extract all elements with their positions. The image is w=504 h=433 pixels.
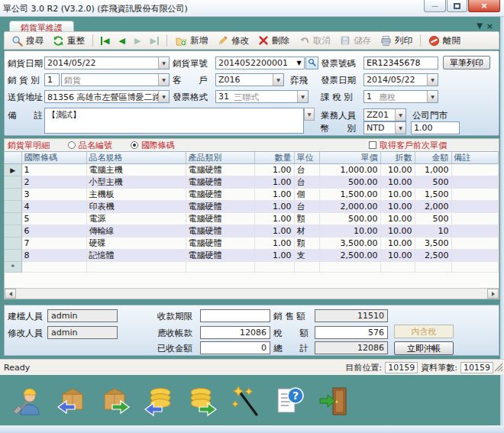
- cell-barcode[interactable]: 7: [21, 238, 86, 250]
- save-button[interactable]: 儲存: [336, 34, 375, 48]
- sale-type-code-field[interactable]: 1: [44, 73, 60, 86]
- exit-button[interactable]: 離開: [425, 34, 464, 48]
- chevron-down-icon[interactable]: ▼: [427, 74, 438, 86]
- cell-name[interactable]: 主機板: [86, 189, 186, 201]
- cell-name[interactable]: 記憶體: [86, 250, 186, 262]
- cell-note[interactable]: [451, 189, 499, 201]
- table-row[interactable]: 2 小型主機 電腦硬體 1.00 台 500.00 10.00 500: [5, 176, 499, 189]
- cell-barcode[interactable]: 1: [21, 164, 86, 176]
- col-amount[interactable]: 金額: [415, 152, 451, 164]
- radio-item-no[interactable]: 品名編號: [68, 140, 112, 151]
- worker-icon[interactable]: [11, 384, 45, 418]
- cell-price[interactable]: 2,500.00: [319, 250, 380, 262]
- exchange-rate-field[interactable]: 1.00: [411, 121, 460, 134]
- invoice-no-field[interactable]: ER12345678: [363, 57, 438, 69]
- cell-discount[interactable]: 10.00: [380, 225, 415, 238]
- col-name[interactable]: 品名規格: [86, 152, 186, 164]
- cell-note[interactable]: [451, 238, 499, 250]
- cell-unit[interactable]: 顆: [294, 238, 319, 250]
- cell-name[interactable]: [86, 262, 186, 273]
- cell-price[interactable]: [319, 262, 380, 273]
- cell-name[interactable]: 小型主機: [86, 176, 186, 189]
- cell-barcode[interactable]: 8: [21, 250, 86, 262]
- cell-amount[interactable]: 1,000: [415, 164, 451, 176]
- help-report-icon[interactable]: ?: [273, 384, 306, 418]
- customer-combo[interactable]: Z016 ▼: [215, 73, 284, 86]
- next-record-button[interactable]: ▶: [131, 35, 144, 47]
- cell-qty[interactable]: 1.00: [254, 213, 294, 225]
- chevron-down-icon[interactable]: ▼: [427, 91, 438, 102]
- table-row[interactable]: 8 記憶體 電腦硬體 1.00 支 2,500.00 10.00 2,500: [5, 250, 499, 262]
- col-unit[interactable]: 單位: [294, 152, 319, 164]
- cell-qty[interactable]: 1.00: [254, 250, 294, 262]
- cell-discount[interactable]: [380, 262, 415, 273]
- row-selector[interactable]: *: [5, 262, 21, 273]
- cell-note[interactable]: [451, 201, 499, 213]
- cell-category[interactable]: 電腦硬體: [186, 189, 254, 201]
- row-selector[interactable]: [5, 225, 21, 238]
- cell-amount[interactable]: 2,000: [415, 201, 451, 213]
- chevron-down-icon[interactable]: ▼: [158, 91, 169, 102]
- order-search-button[interactable]: [305, 57, 318, 69]
- single-print-button[interactable]: 單筆列印: [443, 56, 490, 69]
- cell-price[interactable]: 1,000.00: [319, 164, 380, 176]
- chevron-down-icon[interactable]: ▼: [304, 108, 315, 121]
- col-barcode[interactable]: 國際條碼: [21, 152, 86, 164]
- cell-amount[interactable]: 1,500: [415, 189, 451, 201]
- cell-price[interactable]: 10.00: [319, 225, 380, 238]
- cell-qty[interactable]: 1.00: [254, 176, 294, 189]
- cell-amount[interactable]: 2,500: [415, 250, 451, 262]
- goods-out-icon[interactable]: [99, 384, 132, 418]
- cell-barcode[interactable]: 6: [21, 225, 86, 238]
- radio-barcode[interactable]: 國際條碼: [131, 140, 175, 151]
- tax-type-combo[interactable]: 1 應稅 ▼: [363, 90, 438, 103]
- cell-qty[interactable]: 1.00: [254, 238, 294, 250]
- cell-category[interactable]: 電腦硬體: [186, 225, 254, 238]
- delete-button[interactable]: 刪除: [254, 34, 293, 48]
- cell-price[interactable]: 2,000.00: [319, 201, 380, 213]
- table-row[interactable]: *: [5, 262, 499, 273]
- due-date-field[interactable]: [200, 309, 270, 322]
- chevron-down-icon[interactable]: ▼: [395, 122, 405, 134]
- chevron-down-icon[interactable]: ▼: [273, 74, 283, 86]
- cell-unit[interactable]: 台: [294, 164, 319, 176]
- modify-button[interactable]: 修改: [213, 34, 253, 48]
- cell-unit[interactable]: 個: [294, 189, 319, 201]
- table-row[interactable]: 6 傳輸線 電腦硬體 1.00 材 10.00 10.00 10: [5, 225, 499, 238]
- radio-icon[interactable]: [68, 141, 76, 149]
- cell-note[interactable]: [451, 213, 499, 225]
- cell-amount[interactable]: 3,500: [415, 238, 451, 250]
- cancel-button[interactable]: 取消: [295, 34, 334, 48]
- prev-record-button[interactable]: ◀: [115, 35, 128, 47]
- minimize-button[interactable]: —: [424, 0, 446, 12]
- goods-in-icon[interactable]: [55, 384, 89, 418]
- cell-category[interactable]: 電腦硬體: [186, 201, 254, 213]
- chevron-down-icon[interactable]: ▼: [294, 57, 304, 69]
- sale-date-combo[interactable]: 2014/05/22 ▼: [44, 57, 170, 69]
- cell-name[interactable]: 傳輸線: [86, 225, 186, 238]
- payment-out-icon[interactable]: [186, 384, 219, 418]
- cell-category[interactable]: 電腦硬體: [186, 176, 254, 189]
- chevron-down-icon[interactable]: ▼: [395, 109, 405, 121]
- exit-door-icon[interactable]: [316, 384, 350, 418]
- cell-qty[interactable]: 1.00: [254, 189, 294, 201]
- table-row[interactable]: 3 主機板 電腦硬體 1.00 個 1,500.00 10.00 1,500: [5, 189, 499, 201]
- currency-combo[interactable]: NTD ▼: [363, 121, 406, 134]
- cell-category[interactable]: 電腦硬體: [186, 238, 254, 250]
- cell-unit[interactable]: [294, 262, 319, 273]
- maximize-button[interactable]: [447, 0, 467, 12]
- row-selector[interactable]: [5, 189, 21, 201]
- row-selector[interactable]: [5, 201, 21, 213]
- horizontal-scrollbar[interactable]: [5, 288, 499, 299]
- tax-included-button[interactable]: 內含稅: [394, 325, 454, 338]
- cell-barcode[interactable]: 5: [21, 213, 86, 225]
- cell-price[interactable]: 500.00: [319, 213, 380, 225]
- cell-amount[interactable]: 500: [415, 213, 451, 225]
- wizard-wand-icon[interactable]: [229, 384, 263, 418]
- cell-category[interactable]: [186, 262, 254, 273]
- cell-unit[interactable]: 顆: [294, 213, 319, 225]
- cell-unit[interactable]: 支: [294, 250, 319, 262]
- cell-category[interactable]: 電腦硬體: [186, 213, 254, 225]
- cell-qty[interactable]: 1.00: [254, 225, 294, 238]
- order-no-combo[interactable]: 2014052200001 ▼: [215, 57, 305, 69]
